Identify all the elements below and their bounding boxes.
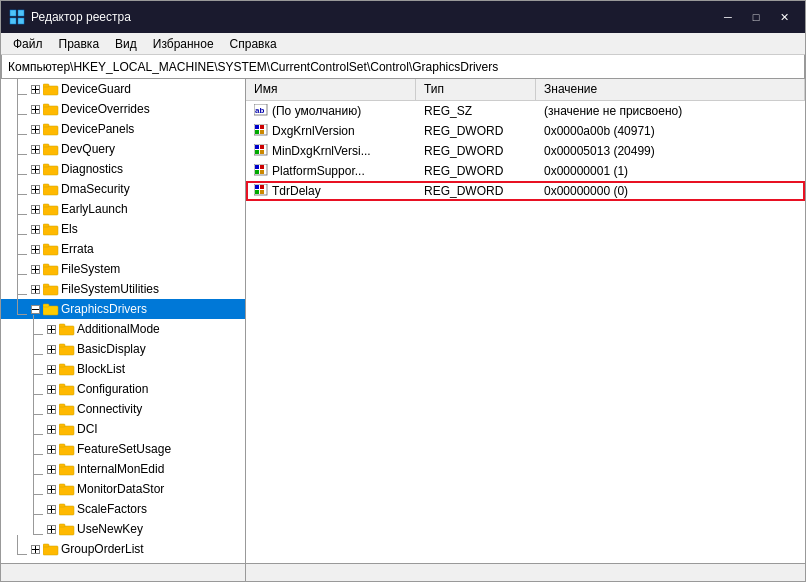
- tree-item-label: DeviceOverrides: [61, 102, 150, 116]
- value-icon: [254, 144, 268, 159]
- tree-expander[interactable]: [27, 141, 43, 157]
- folder-icon: [43, 222, 59, 236]
- menu-item-справка[interactable]: Справка: [222, 35, 285, 53]
- tree-item[interactable]: DevQuery: [1, 139, 245, 159]
- tree-expander[interactable]: [27, 161, 43, 177]
- tree-expander[interactable]: [27, 101, 43, 117]
- table-row[interactable]: MinDxgKrnlVersi...REG_DWORD0x00005013 (2…: [246, 141, 805, 161]
- tree-item[interactable]: DevicePanels: [1, 119, 245, 139]
- tree-expander[interactable]: [43, 361, 59, 377]
- minimize-button[interactable]: ─: [715, 7, 741, 27]
- table-row[interactable]: TdrDelayREG_DWORD0x00000000 (0): [246, 181, 805, 201]
- tree-item-label: MonitorDataStor: [77, 482, 164, 496]
- cell-type: REG_DWORD: [416, 184, 536, 198]
- tree-expander[interactable]: [43, 521, 59, 537]
- tree-connector: [33, 335, 43, 355]
- right-hscroll[interactable]: [246, 564, 805, 581]
- tree-item[interactable]: Errata: [1, 239, 245, 259]
- svg-rect-102: [59, 464, 65, 467]
- svg-rect-136: [255, 165, 259, 169]
- tree-expander[interactable]: [27, 241, 43, 257]
- svg-rect-61: [43, 306, 58, 315]
- svg-rect-87: [59, 404, 65, 407]
- tree-expander[interactable]: [27, 181, 43, 197]
- svg-rect-112: [59, 504, 65, 507]
- tree-item[interactable]: DeviceGuard: [1, 79, 245, 99]
- tree-item[interactable]: EarlyLaunch: [1, 199, 245, 219]
- tree-container[interactable]: DeviceGuard DeviceOverrides DevicePanels…: [1, 79, 245, 563]
- tree-expander[interactable]: [27, 281, 43, 297]
- tree-expander[interactable]: [43, 501, 59, 517]
- tree-item[interactable]: DmaSecurity: [1, 179, 245, 199]
- svg-rect-144: [260, 190, 264, 194]
- value-icon: [254, 124, 268, 139]
- right-panel: Имя Тип Значение ab (По умолчанию)REG_SZ…: [246, 79, 805, 563]
- table-row[interactable]: DxgKrnlVersionREG_DWORD0x0000a00b (40971…: [246, 121, 805, 141]
- tree-connector: [17, 215, 27, 235]
- tree-expander[interactable]: [27, 81, 43, 97]
- menu-item-файл[interactable]: Файл: [5, 35, 51, 53]
- tree-item-label: Connectivity: [77, 402, 142, 416]
- tree-item[interactable]: FileSystem: [1, 259, 245, 279]
- tree-expander[interactable]: [43, 461, 59, 477]
- tree-item-label: BlockList: [77, 362, 125, 376]
- cell-type: REG_DWORD: [416, 124, 536, 138]
- tree-expander[interactable]: [43, 421, 59, 437]
- tree-expander[interactable]: [43, 341, 59, 357]
- tree-expander[interactable]: [43, 401, 59, 417]
- close-button[interactable]: ✕: [771, 7, 797, 27]
- cell-name: PlatformSuppor...: [246, 164, 416, 179]
- svg-rect-57: [43, 286, 58, 295]
- svg-rect-62: [43, 304, 49, 307]
- svg-rect-1: [18, 10, 24, 16]
- svg-rect-133: [255, 150, 259, 154]
- bottom-bar: [1, 563, 805, 581]
- tree-panel: DeviceGuard DeviceOverrides DevicePanels…: [1, 79, 246, 563]
- tree-expander[interactable]: [27, 201, 43, 217]
- table-body[interactable]: ab (По умолчанию)REG_SZ(значение не прис…: [246, 101, 805, 563]
- tree-expander[interactable]: [27, 541, 43, 557]
- tree-expander[interactable]: [43, 441, 59, 457]
- left-hscroll[interactable]: [1, 564, 246, 581]
- col-header-type[interactable]: Тип: [416, 79, 536, 100]
- svg-rect-138: [255, 170, 259, 174]
- tree-connector: [17, 295, 27, 315]
- folder-icon: [43, 102, 59, 116]
- cell-type: REG_DWORD: [416, 164, 536, 178]
- menu-item-вид[interactable]: Вид: [107, 35, 145, 53]
- tree-expander[interactable]: [27, 221, 43, 237]
- table-row[interactable]: PlatformSuppor...REG_DWORD0x00000001 (1): [246, 161, 805, 181]
- tree-expander[interactable]: [43, 481, 59, 497]
- folder-icon: [43, 282, 59, 296]
- menu-item-избранное[interactable]: Избранное: [145, 35, 222, 53]
- svg-rect-77: [59, 364, 65, 367]
- svg-rect-37: [43, 206, 58, 215]
- tree-connector: [33, 375, 43, 395]
- svg-rect-58: [43, 284, 49, 287]
- tree-expander[interactable]: [43, 381, 59, 397]
- folder-icon: [59, 362, 75, 376]
- tree-expander[interactable]: [27, 121, 43, 137]
- col-header-name[interactable]: Имя: [246, 79, 416, 100]
- tree-item[interactable]: DeviceOverrides: [1, 99, 245, 119]
- svg-rect-131: [255, 145, 259, 149]
- tree-item[interactable]: Diagnostics: [1, 159, 245, 179]
- svg-rect-126: [255, 125, 259, 129]
- tree-item[interactable]: FileSystemUtilities: [1, 279, 245, 299]
- col-header-value[interactable]: Значение: [536, 79, 805, 100]
- svg-rect-12: [43, 106, 58, 115]
- svg-rect-143: [255, 190, 259, 194]
- tree-item[interactable]: Els: [1, 219, 245, 239]
- tree-connector: [33, 415, 43, 435]
- table-row[interactable]: ab (По умолчанию)REG_SZ(значение не прис…: [246, 101, 805, 121]
- tree-connector: [33, 395, 43, 415]
- tree-expander[interactable]: [27, 261, 43, 277]
- tree-item[interactable]: GroupOrderList: [1, 539, 245, 559]
- tree-item-label: InternalMonEdid: [77, 462, 164, 476]
- tree-item-label: DevQuery: [61, 142, 115, 156]
- tree-item[interactable]: UseNewKey: [1, 519, 245, 539]
- svg-rect-32: [43, 186, 58, 195]
- tree-expander[interactable]: [43, 321, 59, 337]
- maximize-button[interactable]: □: [743, 7, 769, 27]
- menu-item-правка[interactable]: Правка: [51, 35, 108, 53]
